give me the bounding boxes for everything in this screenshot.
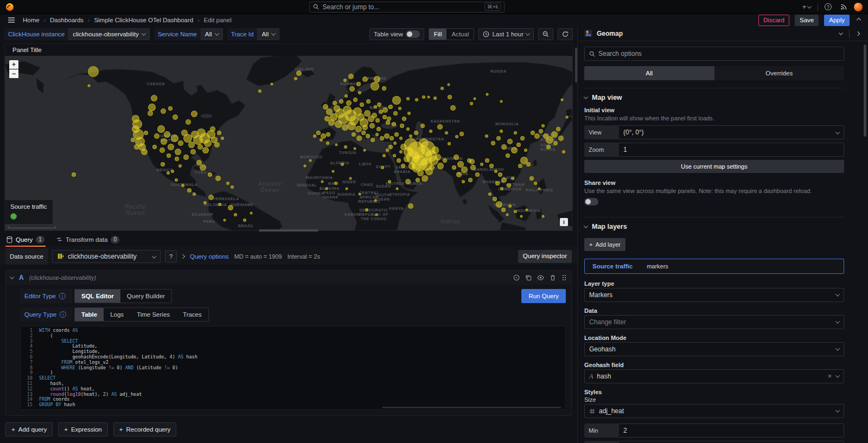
map-marker	[193, 192, 196, 196]
size-field-select[interactable]: adj_heat	[584, 404, 844, 418]
delete-query-icon[interactable]	[550, 274, 556, 281]
var-instance-label: ClickHouse instance	[4, 28, 68, 40]
var-clickhouse-instance[interactable]: ClickHouse instance clickhouse-observabi…	[4, 28, 150, 40]
refresh-button[interactable]	[558, 28, 573, 40]
map-marker	[539, 129, 543, 133]
map-marker	[516, 143, 521, 147]
var-instance-value[interactable]: clickhouse-observability	[68, 28, 149, 40]
query-options[interactable]: Query options MD = auto = 1909 Interval …	[181, 253, 320, 260]
query-type-time-series[interactable]: Time Series	[130, 308, 176, 321]
query-history-icon[interactable]	[513, 274, 520, 281]
data-select[interactable]: Change filter	[584, 315, 844, 329]
search-shortcut: ⌘+k	[484, 3, 501, 11]
recorded-query-button[interactable]: +Recorded query	[113, 422, 177, 436]
visualization-name[interactable]: Geomap	[597, 30, 623, 37]
sql-editor[interactable]: 1WITH coords AS2 (3 SELECT4 Latitude,5 L…	[20, 326, 566, 410]
var-trace-id[interactable]: Trace Id All	[227, 28, 280, 40]
legend-dot	[10, 213, 17, 220]
panel-title[interactable]: Panel Title	[5, 44, 572, 56]
geohash-field-select[interactable]: A hash ×	[584, 369, 844, 383]
duplicate-query-icon[interactable]	[525, 274, 532, 281]
datasource-picker[interactable]: clickhouse-observability	[52, 250, 161, 263]
map-marker	[406, 127, 410, 131]
map-marker	[326, 142, 329, 145]
view-select[interactable]: (0°, 0°)	[619, 125, 844, 139]
add-button[interactable]: +	[800, 3, 813, 11]
map-attribution-button[interactable]: i	[560, 218, 568, 226]
tab-query[interactable]: Query 1	[5, 234, 46, 247]
expression-button[interactable]: +Expression	[58, 422, 108, 436]
query-inspector-button[interactable]: Query inspector	[518, 250, 572, 263]
datasource-help-button[interactable]: ?	[165, 251, 177, 262]
sql-code: 1WITH coords AS2 (3 SELECT4 Latitude,5 L…	[21, 328, 565, 408]
section-map-layers-header[interactable]: Map layers	[584, 223, 844, 230]
discard-button[interactable]: Discard	[758, 15, 789, 26]
layer-row-source-traffic[interactable]: Source traffic markers	[584, 259, 844, 274]
run-query-button[interactable]: Run Query	[521, 289, 566, 303]
layer-type-select[interactable]: Markers	[584, 288, 844, 302]
location-mode-select[interactable]: Geohash	[584, 342, 844, 356]
map-marker	[215, 176, 221, 181]
drag-handle-icon[interactable]	[561, 274, 567, 281]
tab-all[interactable]: All	[584, 66, 714, 80]
editor-scrollbar[interactable]	[382, 407, 561, 408]
editor-type-query-builder[interactable]: Query Builder	[120, 290, 171, 303]
table-view-switch[interactable]	[406, 30, 420, 38]
add-layer-button[interactable]: +Add layer	[584, 238, 626, 251]
help-icon[interactable]: ?	[822, 3, 834, 10]
collapse-toolbar-icon[interactable]	[855, 18, 863, 22]
panel-resize-handle[interactable]	[259, 229, 318, 232]
breadcrumb-dashboards[interactable]: Dashboards	[50, 17, 84, 23]
map-marker	[344, 94, 348, 98]
apply-button[interactable]: Apply	[824, 15, 850, 26]
use-current-map-settings-button[interactable]: Use current map settings	[584, 160, 844, 173]
save-button[interactable]: Save	[795, 15, 819, 26]
var-service-value[interactable]: All	[201, 28, 223, 40]
clear-icon[interactable]: ×	[828, 373, 832, 380]
menu-icon[interactable]	[5, 17, 17, 23]
layer-name[interactable]: Source traffic	[592, 263, 633, 269]
editor-type-help-icon[interactable]: i	[59, 293, 66, 299]
max-input[interactable]: 15	[619, 441, 844, 443]
section-map-view-header[interactable]: Map view	[584, 94, 844, 101]
tab-transform-data[interactable]: Transform data 0	[55, 234, 120, 247]
map-marker	[441, 87, 444, 90]
avatar[interactable]	[854, 3, 863, 11]
map-marker	[556, 127, 560, 131]
search-input[interactable]: Search or jump to... ⌘+k	[309, 2, 505, 12]
hide-response-eye-icon[interactable]	[537, 274, 544, 281]
breadcrumb-dashboard-name[interactable]: Simple ClickHouse OTel Dashboard	[94, 17, 193, 23]
query-type-help-icon[interactable]: i	[60, 311, 66, 318]
actual-option[interactable]: Actual	[446, 29, 474, 40]
editor-type-sql-editor[interactable]: SQL Editor	[75, 290, 120, 303]
map-marker	[407, 112, 411, 115]
query-row-header[interactable]: A (clickhouse-observability)	[6, 271, 571, 285]
zoom-out-time-button[interactable]	[538, 28, 553, 40]
tab-overrides[interactable]: Overrides	[714, 66, 845, 80]
query-type-logs[interactable]: Logs	[104, 308, 130, 321]
fill-option[interactable]: Fill	[429, 29, 447, 40]
var-service-name[interactable]: Service Name All	[154, 28, 223, 40]
options-search-input[interactable]: Search options	[584, 47, 844, 61]
breadcrumb-home[interactable]: Home	[23, 17, 40, 23]
min-input[interactable]: 2	[619, 423, 844, 438]
collapse-pane-icon[interactable]	[854, 32, 861, 35]
query-type-traces[interactable]: Traces	[176, 308, 208, 321]
grafana-logo[interactable]	[5, 3, 14, 11]
news-icon[interactable]	[838, 3, 850, 10]
share-view-toggle[interactable]	[584, 198, 598, 206]
map-zoom-in-button[interactable]: +	[9, 60, 18, 69]
map-zoom-out-button[interactable]: −	[9, 69, 18, 78]
map-marker	[362, 125, 368, 130]
zoom-input[interactable]: 1	[619, 143, 844, 157]
map-canvas[interactable]: RUSSIACANADAUNITED STATESMEXICOCUBAGUATE…	[5, 56, 572, 230]
query-letter: A	[19, 274, 24, 281]
size-label: Size	[584, 396, 844, 403]
add-query-button[interactable]: +Add query	[5, 422, 53, 436]
var-trace-value[interactable]: All	[257, 28, 279, 40]
options-scrollbar[interactable]	[864, 44, 866, 137]
query-type-table[interactable]: Table	[75, 308, 104, 321]
time-range-picker[interactable]: Last 1 hour	[478, 28, 534, 40]
table-view-toggle[interactable]: Table view	[369, 28, 424, 40]
viz-picker-chevron-icon[interactable]	[837, 32, 845, 35]
